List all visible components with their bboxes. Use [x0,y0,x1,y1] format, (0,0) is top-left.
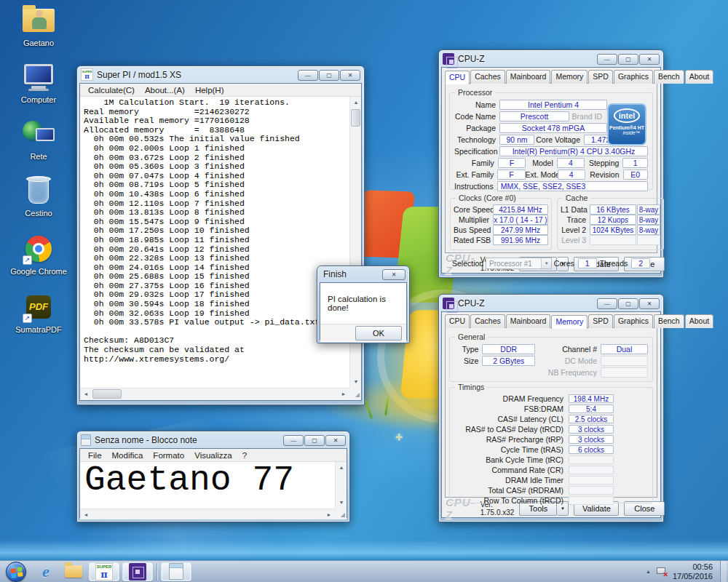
menu-calculate[interactable]: Calculate(C) [83,86,140,95]
horizontal-scrollbar[interactable]: ◄ ► [80,388,349,399]
finish-dialog: Finish ✕ PI calculation is done! OK [317,266,410,343]
taskbar-ie-button[interactable]: e [33,562,58,582]
menu-visualizza[interactable]: Visualizza [189,451,237,460]
network-error-tray-icon[interactable]: ✕ [655,567,667,577]
scroll-up-icon[interactable]: ▲ [350,97,361,108]
scroll-left-icon[interactable]: ◄ [80,509,92,520]
maximize-button[interactable]: ▢ [618,54,638,65]
notepad-app-icon [81,434,91,446]
tab-caches[interactable]: Caches [470,314,505,328]
scroll-down-icon[interactable]: ▼ [350,376,361,388]
menu-file[interactable]: File [83,451,107,460]
menu-help[interactable]: ? [237,451,252,460]
hidden-icons-chevron-icon[interactable]: ▲ [641,569,655,574]
tab-graphics[interactable]: Graphics [614,314,653,328]
output-line: The checksum can be validated at [84,346,348,355]
output-line: 0h 00m 25.688s Loop 15 finished [84,272,348,282]
scroll-right-icon[interactable]: ► [338,388,349,399]
desktop-icon-cestino[interactable]: Cestino [7,175,70,218]
tab-graphics[interactable]: Graphics [614,70,653,84]
scroll-right-icon[interactable]: ► [323,509,335,520]
show-desktop-button[interactable] [720,561,727,582]
tab-spd[interactable]: SPD [588,314,613,328]
minimize-button[interactable]: — [298,70,318,81]
scroll-down-icon[interactable]: ▼ [336,497,347,509]
output-line: 1M Calculation Start. 19 iterations. [84,98,348,108]
tab-spd[interactable]: SPD [588,70,613,84]
minimize-button[interactable]: — [597,298,617,309]
menu-about[interactable]: About...(A) [140,86,190,95]
intel-pentium4-logo: intel Pentium®4 HT inside™ [607,103,646,146]
resize-grip[interactable]: ◢ [335,509,347,519]
output-line: 0h 00m 13.813s Loop 8 finished [84,208,348,218]
menu-modifica[interactable]: Modifica [107,451,149,460]
notepad-titlebar[interactable]: Senza nome - Blocco note — ▢ ✕ [79,431,347,448]
output-line: 0h 00m 12.110s Loop 7 finished [84,199,348,209]
minimize-button[interactable]: — [283,435,304,446]
tab-cpu[interactable]: CPU [445,314,470,328]
tab-mainboard[interactable]: Mainboard [506,314,551,328]
cpuz-titlebar[interactable]: CPU-Z — ▢ ✕ [441,50,661,67]
tab-about[interactable]: About [685,314,713,328]
clock-time: 00:56 [673,562,713,572]
output-line: 0h 00m 27.375s Loop 16 finished [84,282,348,291]
recycle-bin-icon [21,175,56,207]
close-button[interactable]: ✕ [340,70,360,81]
horizontal-scrollbar[interactable]: ◄ ► ◢ [80,509,347,519]
l1-assoc-value: 8-way [637,204,660,215]
tab-caches[interactable]: Caches [470,70,505,84]
maximize-button[interactable]: ▢ [304,435,325,446]
field-label: RAS# Precharge (tRP) [454,435,563,444]
maximize-button[interactable]: ▢ [618,298,638,309]
output-line [84,327,348,337]
tab-cpu[interactable]: CPU [445,71,470,84]
output-line: 0h 00m 32.063s Loop 19 finished [84,309,348,319]
taskbar-explorer-button[interactable] [61,562,86,582]
processor-select-value: Processor #1 [486,260,541,268]
close-button[interactable]: ✕ [639,54,660,65]
taskbar-cpuz-button[interactable] [122,562,153,581]
taskbar-superpi-button[interactable]: SUPERπ [89,562,119,581]
field-label: Technology [454,135,499,144]
cpuz-titlebar[interactable]: CPU-Z — ▢ ✕ [441,295,661,311]
tab-bench[interactable]: Bench [654,70,684,84]
finish-titlebar[interactable]: Finish ✕ [320,266,407,282]
processor-select[interactable]: Processor #1 ▼ [486,258,552,269]
menu-formato[interactable]: Formato [148,451,189,460]
close-button[interactable]: ✕ [382,269,405,280]
desktop-icon-sumatrapdf[interactable]: PDF ↗ SumatraPDF [7,291,70,335]
desktop-icon-gaetano[interactable]: Gaetano [7,4,70,48]
ok-button[interactable]: OK [355,326,402,340]
close-button[interactable]: ✕ [325,435,346,446]
group-label: Timings [455,383,487,391]
tab-memory[interactable]: Memory [551,315,587,329]
taskbar-clock[interactable]: 00:56 17/05/2016 [673,562,720,581]
field-label: Ext. Family [454,170,497,179]
scroll-up-icon[interactable]: ▲ [336,462,347,474]
taskbar-notepad-button[interactable] [161,562,191,581]
tab-bench[interactable]: Bench [654,314,684,328]
notepad-text-area[interactable]: Gaetano 77 ▲ ▼ [80,462,347,509]
tab-about[interactable]: About [685,70,713,84]
group-label: Cache [563,194,590,202]
scroll-left-icon[interactable]: ◄ [80,388,92,399]
tab-mainboard[interactable]: Mainboard [506,70,551,84]
scrollbar-thumb[interactable] [92,389,122,399]
desktop-icon-rete[interactable]: Rete [7,118,70,162]
superpi-titlebar[interactable]: SUPER π Super PI / mod1.5 XS — ▢ ✕ [79,66,362,83]
intel-brand: intel [614,108,640,123]
maximize-button[interactable]: ▢ [319,70,339,81]
tab-memory[interactable]: Memory [551,70,587,84]
close-button[interactable]: ✕ [639,298,660,309]
resize-grip[interactable]: ◢ [349,388,361,399]
vertical-scrollbar[interactable]: ▲ ▼ [349,97,361,388]
start-button[interactable] [6,562,26,582]
desktop-icon-computer[interactable]: Computer [7,61,70,105]
scrollbar-thumb[interactable] [351,109,360,127]
minimize-button[interactable]: — [597,54,617,65]
window-title: CPU-Z [458,54,485,64]
desktop-icon-google-chrome[interactable]: ↗ Google Chrome [7,233,70,276]
menu-help[interactable]: Help(H) [190,86,229,95]
vertical-scrollbar[interactable]: ▲ ▼ [335,462,347,509]
cpuz-app-icon [443,298,454,309]
